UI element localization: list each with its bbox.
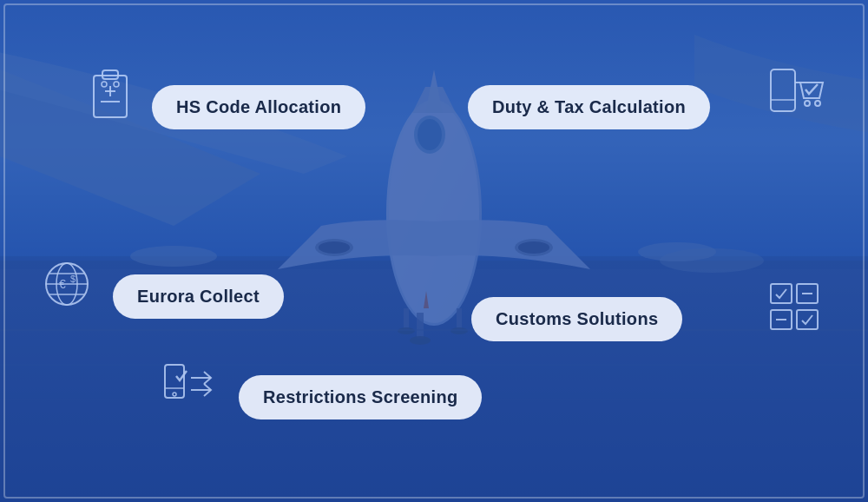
svg-text:$: $ [70,274,76,284]
svg-rect-42 [771,284,792,303]
svg-point-29 [102,82,107,87]
restrictions-icon [161,360,217,416]
svg-rect-31 [771,69,795,111]
hs-code-icon [87,65,139,129]
svg-point-33 [805,101,810,106]
eurora-collect-label: Eurora Collect [137,287,260,306]
duty-tax-icon [764,65,825,134]
customs-solutions-pill: Customs Solutions [471,297,682,341]
restrictions-screening-pill: Restrictions Screening [239,375,482,419]
hs-code-label: HS Code Allocation [176,97,341,116]
eurora-icon: € $ [39,256,95,316]
content-layer: € $ [0,0,868,502]
customs-icon [766,280,823,340]
duty-tax-label: Duty & Tax Calculation [492,97,686,116]
svg-point-30 [114,82,119,87]
restrictions-screening-label: Restrictions Screening [263,387,457,406]
svg-point-34 [815,101,820,106]
customs-solutions-label: Customs Solutions [496,309,658,328]
main-scene: € $ [0,0,868,502]
hs-code-pill: HS Code Allocation [152,85,365,129]
duty-tax-pill: Duty & Tax Calculation [468,85,710,129]
svg-text:€: € [59,277,66,291]
svg-rect-47 [797,310,818,329]
svg-point-50 [173,393,176,396]
eurora-collect-pill: Eurora Collect [113,274,284,319]
